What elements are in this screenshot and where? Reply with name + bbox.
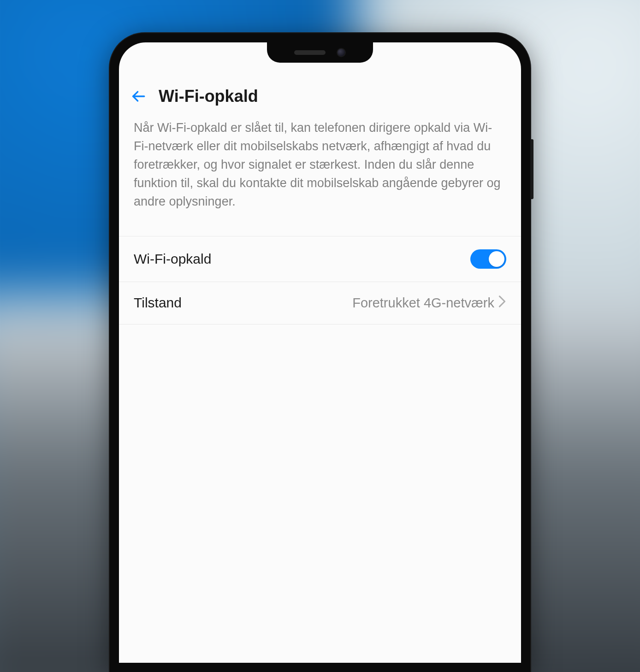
toggle-knob xyxy=(489,251,504,267)
chevron-right-icon xyxy=(498,295,506,311)
wifi-calling-description: Når Wi-Fi-opkald er slået til, kan telef… xyxy=(119,119,521,236)
speaker-grille xyxy=(294,50,326,55)
wifi-calling-label: Wi-Fi-opkald xyxy=(134,251,211,267)
divider xyxy=(119,324,521,324)
settings-page: Wi-Fi-opkald Når Wi-Fi-opkald er slået t… xyxy=(119,42,521,324)
mode-row[interactable]: Tilstand Foretrukket 4G-netværk xyxy=(119,282,521,324)
back-button[interactable] xyxy=(130,88,147,105)
phone-notch xyxy=(267,42,373,63)
wifi-calling-toggle-row[interactable]: Wi-Fi-opkald xyxy=(119,236,521,282)
phone-frame: Wi-Fi-opkald Når Wi-Fi-opkald er slået t… xyxy=(110,33,530,672)
mode-value: Foretrukket 4G-netværk xyxy=(352,295,494,311)
mode-label: Tilstand xyxy=(134,295,182,311)
page-header: Wi-Fi-opkald xyxy=(119,78,521,119)
arrow-left-icon xyxy=(130,88,146,104)
mode-value-container: Foretrukket 4G-netværk xyxy=(352,295,506,311)
front-camera xyxy=(337,48,346,57)
phone-screen: Wi-Fi-opkald Når Wi-Fi-opkald er slået t… xyxy=(119,42,521,663)
page-title: Wi-Fi-opkald xyxy=(159,87,258,106)
wifi-calling-toggle[interactable] xyxy=(470,249,506,269)
